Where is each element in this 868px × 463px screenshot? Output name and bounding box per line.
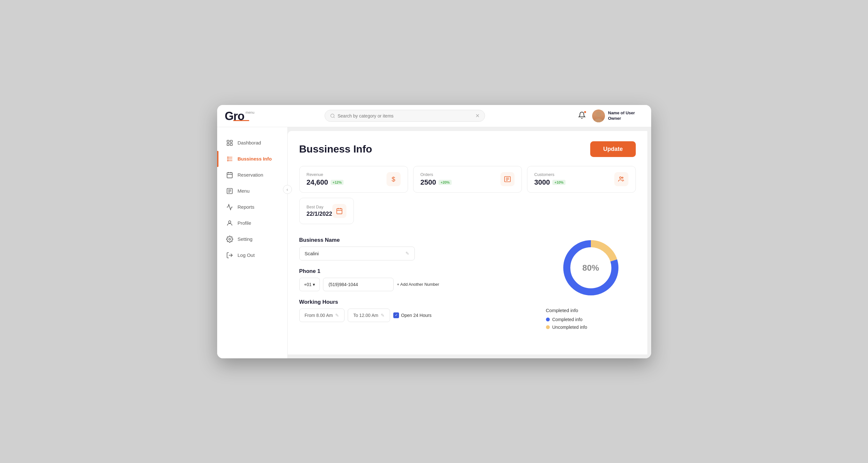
logout-icon (226, 252, 233, 259)
business-info-icon (226, 155, 233, 163)
setting-icon (226, 236, 233, 243)
svg-point-2 (596, 112, 601, 117)
from-time-edit-icon[interactable]: ✎ (335, 313, 339, 318)
svg-point-20 (229, 238, 230, 240)
svg-rect-28 (337, 208, 342, 214)
best-day-icon (332, 204, 346, 218)
donut-chart: 80% (559, 236, 623, 300)
phone-label: Phone 1 (299, 268, 533, 274)
customers-card: Customers 3000 +10% (527, 166, 636, 193)
phone-input[interactable] (323, 278, 394, 291)
main-content: ‹ Dashborad Bussiness Info (217, 127, 651, 358)
customers-icon (614, 172, 628, 186)
sidebar-item-reports[interactable]: Reports (217, 199, 287, 215)
notification-badge (584, 111, 586, 113)
two-col-layout: Business Name ✎ Phone 1 +01 ▾ + Add Anot… (299, 229, 636, 332)
phone-row: +01 ▾ + Add Another Number (299, 278, 533, 291)
sidebar-item-reservation[interactable]: Reservation (217, 167, 287, 183)
form-section: Business Name ✎ Phone 1 +01 ▾ + Add Anot… (299, 229, 533, 322)
sidebar-label-logout: Log Out (238, 252, 255, 258)
sidebar-label-setting: Setting (238, 236, 253, 242)
user-area[interactable]: Name of User Owner (592, 110, 644, 122)
logo-underline (233, 120, 249, 121)
svg-point-10 (227, 160, 228, 161)
open-24-hours-label[interactable]: ✓ Open 24 Hours (393, 312, 431, 318)
business-name-edit-icon[interactable]: ✎ (405, 251, 409, 256)
search-icon (330, 113, 335, 118)
add-number-button[interactable]: + Add Another Number (397, 282, 439, 287)
revenue-card: Revenue 24,600 +12% $ (299, 166, 408, 193)
svg-rect-4 (227, 140, 229, 142)
svg-rect-5 (230, 140, 232, 142)
sidebar-item-business-info[interactable]: Bussiness Info (217, 151, 287, 167)
svg-point-27 (622, 177, 623, 178)
customers-value: 3000 +10% (534, 178, 565, 186)
legend-uncompleted-dot (546, 325, 550, 329)
from-time-value: From 8.00 Am (305, 313, 333, 318)
dashboard-icon (226, 139, 233, 146)
sidebar-label-menu: Menu (238, 188, 250, 194)
country-code-select[interactable]: +01 ▾ (299, 278, 320, 291)
orders-label: Orders (421, 172, 452, 177)
donut-percentage: 80% (582, 263, 599, 272)
best-day-row: Best Day 22/1/2022 (299, 198, 636, 224)
sidebar-label-reservation: Reservation (238, 172, 264, 178)
legend-uncompleted-label: Uncompleted info (552, 325, 587, 330)
page-area: Bussiness Info Update Revenue 24,600 +12… (288, 131, 647, 354)
business-name-label: Business Name (299, 237, 533, 243)
sidebar-label-profile: Profile (238, 220, 251, 226)
customers-label: Customers (534, 172, 565, 177)
svg-point-3 (594, 118, 603, 122)
from-time-input[interactable]: From 8.00 Am ✎ (299, 309, 345, 322)
to-time-input[interactable]: To 12.00 Am ✎ (348, 309, 390, 322)
sidebar-item-profile[interactable]: Profile (217, 215, 287, 231)
legend-uncompleted: Uncompleted info (546, 325, 587, 330)
sidebar-item-menu[interactable]: Menu (217, 183, 287, 199)
sidebar: ‹ Dashborad Bussiness Info (217, 127, 288, 358)
avatar (592, 110, 605, 122)
menu-icon (226, 187, 233, 195)
update-button[interactable]: Update (590, 141, 636, 157)
search-input[interactable] (338, 113, 473, 118)
revenue-value: 24,600 +12% (307, 178, 344, 186)
logo-area: Gro menu (225, 111, 276, 121)
profile-icon (226, 220, 233, 227)
to-time-edit-icon[interactable]: ✎ (381, 313, 384, 318)
open-24-hours-checkbox[interactable]: ✓ (393, 312, 399, 318)
legend-completed-dot (546, 318, 550, 321)
best-day-label: Best Day (307, 205, 332, 209)
chart-title: Completed info (546, 308, 578, 313)
business-name-field[interactable]: ✎ (299, 247, 415, 260)
svg-point-19 (228, 221, 230, 223)
top-bar: Gro menu ✕ (217, 105, 651, 127)
search-bar: ✕ (324, 110, 485, 122)
svg-line-1 (334, 117, 335, 118)
svg-rect-11 (227, 172, 232, 178)
search-clear-icon[interactable]: ✕ (475, 113, 479, 119)
stats-row: Revenue 24,600 +12% $ Orders 2500 +20% (299, 166, 636, 193)
working-hours-label: Working Hours (299, 299, 533, 305)
sidebar-item-setting[interactable]: Setting (217, 231, 287, 247)
sidebar-item-logout[interactable]: Log Out (217, 247, 287, 263)
sidebar-label-business-info: Bussiness Info (238, 156, 272, 162)
open-24-hours-text: Open 24 Hours (401, 313, 431, 318)
page-header: Bussiness Info Update (299, 141, 636, 157)
orders-card: Orders 2500 +20% (413, 166, 522, 193)
logo-superscript: menu (246, 111, 255, 114)
sidebar-item-dashboard[interactable]: Dashborad (217, 135, 287, 151)
business-name-input[interactable] (305, 251, 403, 256)
sidebar-label-reports: Reports (238, 204, 255, 210)
notification-button[interactable] (577, 110, 587, 121)
customers-badge: +10% (552, 180, 565, 185)
legend-completed-label: Completed info (552, 317, 583, 322)
best-day-card: Best Day 22/1/2022 (299, 198, 354, 224)
working-hours-row: From 8.00 Am ✎ To 12.00 Am ✎ ✓ Open 24 H… (299, 309, 533, 322)
browser-frame: Gro menu ✕ (217, 105, 651, 358)
chart-section: 80% Completed info Completed info Uncomp… (546, 229, 636, 332)
orders-icon (500, 172, 515, 186)
svg-rect-6 (227, 143, 229, 145)
revenue-icon: $ (386, 172, 401, 186)
header-right: Name of User Owner (577, 110, 644, 122)
sidebar-toggle-button[interactable]: ‹ (283, 185, 292, 194)
orders-value: 2500 +20% (421, 178, 452, 186)
